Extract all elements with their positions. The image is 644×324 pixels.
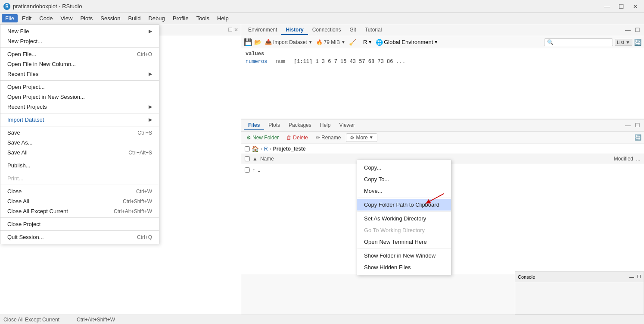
- console-expand[interactable]: ☐: [637, 274, 641, 280]
- console-header: Console — ☐: [515, 272, 644, 282]
- menu-publish[interactable]: Publish...: [0, 160, 159, 170]
- env-row-numeros: numeros num [1:11] 1 3 6 7 15 43 57 68 7…: [246, 59, 640, 65]
- menu-edit[interactable]: Edit: [19, 14, 35, 22]
- env-broom-icon[interactable]: 🧹: [349, 39, 356, 46]
- status-bar: Close All Except Current Ctrl+Alt+Shift+…: [0, 315, 644, 324]
- menu-open-project-session[interactable]: Open Project in New Session...: [0, 92, 159, 102]
- tab-help[interactable]: Help: [316, 121, 335, 130]
- file-up-icon: ↑: [252, 167, 255, 173]
- more-copy[interactable]: Copy...: [357, 162, 451, 173]
- menu-new-file[interactable]: New File ▶: [0, 26, 159, 36]
- files-collapse-btn[interactable]: —: [624, 122, 632, 129]
- more-show-folder-window[interactable]: Show Folder in New Window: [357, 250, 451, 261]
- env-expand-btn[interactable]: ☐: [634, 27, 641, 33]
- env-open-icon[interactable]: 📂: [254, 39, 261, 46]
- menu-open-file-column[interactable]: Open File in New Column...: [0, 59, 159, 69]
- menu-save-all[interactable]: Save All Ctrl+Alt+S: [0, 148, 159, 157]
- sep-1: [0, 47, 159, 48]
- env-refresh-icon[interactable]: 🔄: [634, 39, 641, 46]
- more-goto-wd[interactable]: Go To Working Directory: [357, 224, 451, 236]
- env-save-icon[interactable]: 💾: [244, 38, 252, 46]
- tab-git[interactable]: Git: [345, 25, 360, 35]
- files-header-checkbox[interactable]: [245, 156, 250, 161]
- list-btn[interactable]: List ▼: [615, 39, 632, 46]
- menu-quit-session[interactable]: Quit Session... Ctrl+Q: [0, 232, 159, 242]
- red-arrow: [421, 192, 447, 205]
- menu-close-all[interactable]: Close All Ctrl+Shift+W: [0, 196, 159, 206]
- tab-plots[interactable]: Plots: [264, 121, 284, 130]
- file-menu: New File ▶ New Project... Open File... C…: [0, 24, 159, 244]
- menu-help[interactable]: Help: [214, 14, 232, 22]
- menu-new-project[interactable]: New Project...: [0, 36, 159, 46]
- minimize-button[interactable]: —: [601, 2, 613, 11]
- tab-files[interactable]: Files: [244, 121, 264, 130]
- col-modified[interactable]: Modified: [614, 156, 633, 162]
- menu-recent-files[interactable]: Recent Files ▶: [0, 69, 159, 79]
- delete-btn[interactable]: 🗑 Delete: [284, 134, 311, 142]
- files-panel-controls: — ☐: [624, 122, 641, 129]
- maximize-button[interactable]: ☐: [616, 2, 627, 11]
- console-tab-label: Console: [518, 274, 535, 280]
- tab-tutorial[interactable]: Tutorial: [361, 25, 386, 35]
- tab-history[interactable]: History: [281, 25, 308, 35]
- close-button[interactable]: ✕: [630, 2, 641, 11]
- file-checkbox-up[interactable]: [245, 167, 250, 173]
- tab-environment[interactable]: Environment: [244, 25, 281, 35]
- path-r[interactable]: R: [264, 146, 268, 152]
- import-dataset-btn[interactable]: 📥 Import Dataset ▼: [265, 39, 313, 45]
- env-tabs: Environment History Connections Git Tuto…: [244, 25, 386, 35]
- path-home-icon[interactable]: 🏠: [252, 145, 259, 152]
- title-bar-left: R praticandoboxplot - RStudio: [3, 3, 82, 10]
- more-show-hidden[interactable]: Show Hidden Files: [357, 261, 451, 273]
- menu-save[interactable]: Save Ctrl+S: [0, 128, 159, 138]
- r-env-select[interactable]: R ▼: [363, 39, 372, 45]
- col-options[interactable]: …: [636, 156, 641, 161]
- new-folder-btn[interactable]: ⚙ New Folder: [244, 134, 281, 142]
- menu-import-dataset[interactable]: Import Dataset ▶: [0, 115, 159, 125]
- more-set-wd[interactable]: Set As Working Directory: [357, 213, 451, 224]
- more-open-terminal[interactable]: Open New Terminal Here: [357, 236, 451, 248]
- env-section-label: values: [246, 51, 640, 57]
- console-placeholder: Console — ☐: [515, 271, 644, 315]
- menu-open-file[interactable]: Open File... Ctrl+O: [0, 49, 159, 59]
- menu-open-project[interactable]: Open Project...: [0, 82, 159, 92]
- rename-btn[interactable]: ✏ Rename: [313, 134, 343, 142]
- menu-close[interactable]: Close Ctrl+W: [0, 186, 159, 196]
- col-name[interactable]: Name: [260, 156, 274, 162]
- more-copy-to[interactable]: Copy To...: [357, 173, 451, 185]
- menu-file[interactable]: File: [2, 14, 18, 22]
- files-toolbar: ⚙ New Folder 🗑 Delete ✏ Rename ⚙ More: [241, 132, 644, 144]
- global-env-select[interactable]: 🌐 Global Environment ▼: [376, 39, 438, 46]
- menu-profile[interactable]: Profile: [169, 14, 192, 22]
- menu-code[interactable]: Code: [36, 14, 56, 22]
- path-projeto-teste[interactable]: Projeto_teste: [273, 146, 306, 152]
- tab-viewer[interactable]: Viewer: [335, 121, 359, 130]
- console-collapse[interactable]: —: [629, 274, 634, 280]
- more-btn[interactable]: ⚙ More ▼: [346, 133, 377, 142]
- files-expand-btn[interactable]: ☐: [634, 122, 641, 129]
- menu-print[interactable]: Print...: [0, 173, 159, 183]
- files-select-all[interactable]: [245, 146, 250, 151]
- editor-header-close[interactable]: ☐ ✕: [228, 27, 238, 33]
- title-bar-controls: — ☐ ✕: [601, 2, 641, 11]
- sep-2: [0, 80, 159, 81]
- menu-plots[interactable]: Plots: [77, 14, 96, 22]
- menu-close-project[interactable]: Close Project: [0, 219, 159, 229]
- tab-connections[interactable]: Connections: [308, 25, 345, 35]
- menu-save-as[interactable]: Save As...: [0, 138, 159, 148]
- menu-recent-projects[interactable]: Recent Projects ▶: [0, 102, 159, 112]
- files-refresh-btn[interactable]: 🔄: [635, 134, 641, 141]
- tab-packages[interactable]: Packages: [284, 121, 316, 130]
- menu-tools[interactable]: Tools: [193, 14, 213, 22]
- more-sep-3: [357, 249, 451, 249]
- menu-debug[interactable]: Debug: [145, 14, 168, 22]
- file-menu-container: New File ▶ New Project... Open File... C…: [0, 24, 159, 244]
- svg-line-1: [428, 194, 444, 202]
- env-search-input[interactable]: 🔍: [544, 38, 613, 46]
- menu-view[interactable]: View: [57, 14, 76, 22]
- menu-session[interactable]: Session: [97, 14, 124, 22]
- menu-build[interactable]: Build: [125, 14, 144, 22]
- memory-btn[interactable]: 🔥 79 MiB ▼: [316, 39, 345, 45]
- env-collapse-btn[interactable]: —: [624, 27, 632, 33]
- menu-close-except-current[interactable]: Close All Except Current Ctrl+Alt+Shift+…: [0, 206, 159, 216]
